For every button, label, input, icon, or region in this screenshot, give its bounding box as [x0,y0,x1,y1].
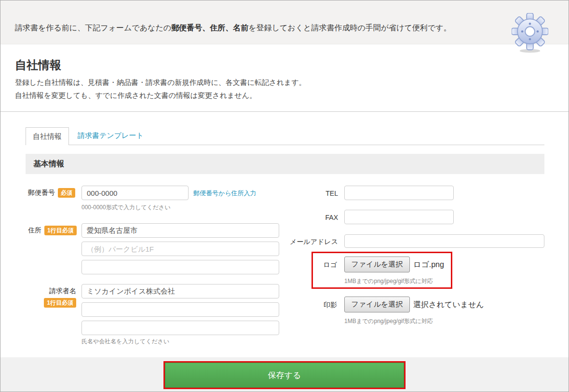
section-header-basic-info: 基本情報 [26,154,544,174]
page: 請求書を作る前に、下記フォームであなたの郵便番号、住所、名前を登録しておくと請求… [0,0,569,392]
address-line1-input[interactable] [81,223,279,238]
seal-filename: 選択されていません [413,300,484,310]
required-badge: 必須 [58,188,75,198]
gear-icon [512,13,548,54]
tab-invoice-template[interactable]: 請求書テンプレート [78,131,144,140]
tab-bar-border [26,145,544,145]
address-line3-input[interactable] [81,260,279,274]
banner-text-bold: 郵便番号、住所、名前 [171,24,248,32]
postal-code-label-row: 郵便番号 必須 [28,188,75,198]
tel-label: TEL [290,189,338,197]
seal-label: 印影 [299,301,337,310]
page-title: 自社情報 [15,57,61,73]
address-label-row: 住所 1行目必須 [28,226,77,235]
page-description-line2: 自社情報を変更しても、すでに作成された文書の情報は変更されません。 [15,91,257,100]
biller-name-label: 請求者名 [28,287,76,296]
fax-input[interactable] [344,210,454,224]
fax-label: FAX [290,214,338,221]
biller-name-line2-input[interactable] [81,302,279,317]
biller-name-line1-input[interactable] [81,284,279,298]
first-line-required-badge: 1行目必須 [44,298,76,308]
biller-name-help: 氏名や会社名を入力してください [81,338,169,346]
banner-text: 請求書を作る前に、下記フォームであなたの郵便番号、住所、名前を登録しておくと請求… [15,23,451,33]
banner-text-before: 請求書を作る前に、下記フォームであなたの [15,24,171,32]
divider [0,111,569,112]
address-label: 住所 [28,226,41,235]
postal-code-input[interactable] [81,186,189,200]
save-highlight-box: 保存する [163,361,406,389]
page-description-line1: 登録した自社情報は、見積書・納品書・請求書の新規作成時に、各文書に転記されます。 [15,78,306,87]
save-button[interactable]: 保存する [165,363,404,388]
seal-help: 1MBまでのpng/jpeg/gif形式に対応 [344,317,433,325]
postal-code-help: 000-0000形式で入力してください [81,203,171,212]
postal-lookup-link[interactable]: 郵便番号から住所入力 [193,189,257,198]
first-line-required-badge: 1行目必須 [44,226,77,235]
email-label: メールアドレス [280,238,338,246]
biller-name-badge-row: 1行目必須 [28,298,76,308]
email-input[interactable] [344,234,544,248]
logo-filename: ロゴ.png [413,260,444,270]
banner-text-after: を登録しておくと請求書作成時の手間が省けて便利です。 [248,24,451,32]
logo-file-select-button[interactable]: ファイルを選択 [344,257,410,272]
logo-help: 1MBまでのpng/jpeg/gif形式に対応 [344,277,433,285]
tab-company-info[interactable]: 自社情報 [26,127,69,145]
biller-name-line3-input[interactable] [81,321,279,335]
seal-file-select-button[interactable]: ファイルを選択 [344,297,410,312]
tel-input[interactable] [344,186,454,200]
postal-code-label: 郵便番号 [28,189,55,197]
address-line2-input[interactable] [81,242,279,256]
section-title: 基本情報 [33,159,64,169]
